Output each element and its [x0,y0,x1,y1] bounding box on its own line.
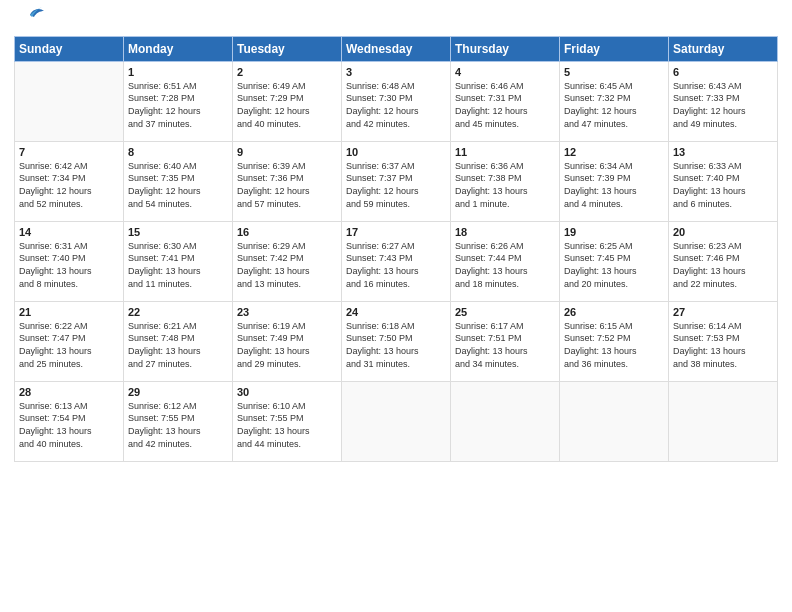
day-cell: 12Sunrise: 6:34 AM Sunset: 7:39 PM Dayli… [560,141,669,221]
day-info: Sunrise: 6:21 AM Sunset: 7:48 PM Dayligh… [128,320,228,370]
day-cell: 25Sunrise: 6:17 AM Sunset: 7:51 PM Dayli… [451,301,560,381]
day-cell: 21Sunrise: 6:22 AM Sunset: 7:47 PM Dayli… [15,301,124,381]
day-cell: 16Sunrise: 6:29 AM Sunset: 7:42 PM Dayli… [233,221,342,301]
day-cell: 27Sunrise: 6:14 AM Sunset: 7:53 PM Dayli… [669,301,778,381]
day-info: Sunrise: 6:48 AM Sunset: 7:30 PM Dayligh… [346,80,446,130]
day-cell: 11Sunrise: 6:36 AM Sunset: 7:38 PM Dayli… [451,141,560,221]
day-cell: 6Sunrise: 6:43 AM Sunset: 7:33 PM Daylig… [669,61,778,141]
day-number: 7 [19,146,119,158]
day-info: Sunrise: 6:27 AM Sunset: 7:43 PM Dayligh… [346,240,446,290]
week-row-4: 21Sunrise: 6:22 AM Sunset: 7:47 PM Dayli… [15,301,778,381]
day-cell: 15Sunrise: 6:30 AM Sunset: 7:41 PM Dayli… [124,221,233,301]
day-cell: 17Sunrise: 6:27 AM Sunset: 7:43 PM Dayli… [342,221,451,301]
day-info: Sunrise: 6:45 AM Sunset: 7:32 PM Dayligh… [564,80,664,130]
day-number: 4 [455,66,555,78]
day-cell: 5Sunrise: 6:45 AM Sunset: 7:32 PM Daylig… [560,61,669,141]
day-cell: 19Sunrise: 6:25 AM Sunset: 7:45 PM Dayli… [560,221,669,301]
day-number: 24 [346,306,446,318]
week-row-3: 14Sunrise: 6:31 AM Sunset: 7:40 PM Dayli… [15,221,778,301]
day-cell: 23Sunrise: 6:19 AM Sunset: 7:49 PM Dayli… [233,301,342,381]
header-day-sunday: Sunday [15,36,124,61]
day-cell [560,381,669,461]
logo-bird-icon [16,5,44,27]
logo [14,10,44,30]
day-info: Sunrise: 6:22 AM Sunset: 7:47 PM Dayligh… [19,320,119,370]
header-day-monday: Monday [124,36,233,61]
day-number: 3 [346,66,446,78]
day-number: 8 [128,146,228,158]
calendar-table: SundayMondayTuesdayWednesdayThursdayFrid… [14,36,778,462]
day-number: 13 [673,146,773,158]
day-cell [451,381,560,461]
day-cell: 26Sunrise: 6:15 AM Sunset: 7:52 PM Dayli… [560,301,669,381]
day-info: Sunrise: 6:42 AM Sunset: 7:34 PM Dayligh… [19,160,119,210]
day-info: Sunrise: 6:34 AM Sunset: 7:39 PM Dayligh… [564,160,664,210]
day-cell: 2Sunrise: 6:49 AM Sunset: 7:29 PM Daylig… [233,61,342,141]
day-info: Sunrise: 6:40 AM Sunset: 7:35 PM Dayligh… [128,160,228,210]
day-cell: 7Sunrise: 6:42 AM Sunset: 7:34 PM Daylig… [15,141,124,221]
day-cell [669,381,778,461]
day-cell: 28Sunrise: 6:13 AM Sunset: 7:54 PM Dayli… [15,381,124,461]
day-cell: 3Sunrise: 6:48 AM Sunset: 7:30 PM Daylig… [342,61,451,141]
calendar-header: SundayMondayTuesdayWednesdayThursdayFrid… [15,36,778,61]
day-info: Sunrise: 6:15 AM Sunset: 7:52 PM Dayligh… [564,320,664,370]
day-cell: 29Sunrise: 6:12 AM Sunset: 7:55 PM Dayli… [124,381,233,461]
day-cell: 30Sunrise: 6:10 AM Sunset: 7:55 PM Dayli… [233,381,342,461]
week-row-2: 7Sunrise: 6:42 AM Sunset: 7:34 PM Daylig… [15,141,778,221]
day-info: Sunrise: 6:25 AM Sunset: 7:45 PM Dayligh… [564,240,664,290]
day-number: 15 [128,226,228,238]
day-info: Sunrise: 6:33 AM Sunset: 7:40 PM Dayligh… [673,160,773,210]
header-day-tuesday: Tuesday [233,36,342,61]
week-row-1: 1Sunrise: 6:51 AM Sunset: 7:28 PM Daylig… [15,61,778,141]
day-cell [15,61,124,141]
day-info: Sunrise: 6:12 AM Sunset: 7:55 PM Dayligh… [128,400,228,450]
day-number: 11 [455,146,555,158]
day-number: 2 [237,66,337,78]
day-info: Sunrise: 6:17 AM Sunset: 7:51 PM Dayligh… [455,320,555,370]
day-number: 9 [237,146,337,158]
day-cell: 18Sunrise: 6:26 AM Sunset: 7:44 PM Dayli… [451,221,560,301]
day-info: Sunrise: 6:18 AM Sunset: 7:50 PM Dayligh… [346,320,446,370]
day-cell: 10Sunrise: 6:37 AM Sunset: 7:37 PM Dayli… [342,141,451,221]
header-day-friday: Friday [560,36,669,61]
day-number: 17 [346,226,446,238]
day-info: Sunrise: 6:36 AM Sunset: 7:38 PM Dayligh… [455,160,555,210]
day-info: Sunrise: 6:37 AM Sunset: 7:37 PM Dayligh… [346,160,446,210]
day-number: 28 [19,386,119,398]
day-info: Sunrise: 6:29 AM Sunset: 7:42 PM Dayligh… [237,240,337,290]
day-number: 18 [455,226,555,238]
day-info: Sunrise: 6:14 AM Sunset: 7:53 PM Dayligh… [673,320,773,370]
day-cell: 1Sunrise: 6:51 AM Sunset: 7:28 PM Daylig… [124,61,233,141]
day-cell: 14Sunrise: 6:31 AM Sunset: 7:40 PM Dayli… [15,221,124,301]
day-cell: 9Sunrise: 6:39 AM Sunset: 7:36 PM Daylig… [233,141,342,221]
day-info: Sunrise: 6:31 AM Sunset: 7:40 PM Dayligh… [19,240,119,290]
day-number: 21 [19,306,119,318]
day-info: Sunrise: 6:23 AM Sunset: 7:46 PM Dayligh… [673,240,773,290]
day-number: 29 [128,386,228,398]
day-number: 30 [237,386,337,398]
day-info: Sunrise: 6:19 AM Sunset: 7:49 PM Dayligh… [237,320,337,370]
day-number: 22 [128,306,228,318]
header [14,10,778,30]
day-cell: 22Sunrise: 6:21 AM Sunset: 7:48 PM Dayli… [124,301,233,381]
day-info: Sunrise: 6:13 AM Sunset: 7:54 PM Dayligh… [19,400,119,450]
day-number: 19 [564,226,664,238]
day-number: 6 [673,66,773,78]
day-number: 23 [237,306,337,318]
day-cell: 4Sunrise: 6:46 AM Sunset: 7:31 PM Daylig… [451,61,560,141]
week-row-5: 28Sunrise: 6:13 AM Sunset: 7:54 PM Dayli… [15,381,778,461]
header-row: SundayMondayTuesdayWednesdayThursdayFrid… [15,36,778,61]
day-cell: 24Sunrise: 6:18 AM Sunset: 7:50 PM Dayli… [342,301,451,381]
day-number: 1 [128,66,228,78]
day-info: Sunrise: 6:30 AM Sunset: 7:41 PM Dayligh… [128,240,228,290]
day-info: Sunrise: 6:10 AM Sunset: 7:55 PM Dayligh… [237,400,337,450]
header-day-thursday: Thursday [451,36,560,61]
calendar-body: 1Sunrise: 6:51 AM Sunset: 7:28 PM Daylig… [15,61,778,461]
header-day-wednesday: Wednesday [342,36,451,61]
day-number: 12 [564,146,664,158]
page: SundayMondayTuesdayWednesdayThursdayFrid… [0,0,792,612]
day-number: 10 [346,146,446,158]
day-number: 26 [564,306,664,318]
day-number: 14 [19,226,119,238]
day-number: 20 [673,226,773,238]
